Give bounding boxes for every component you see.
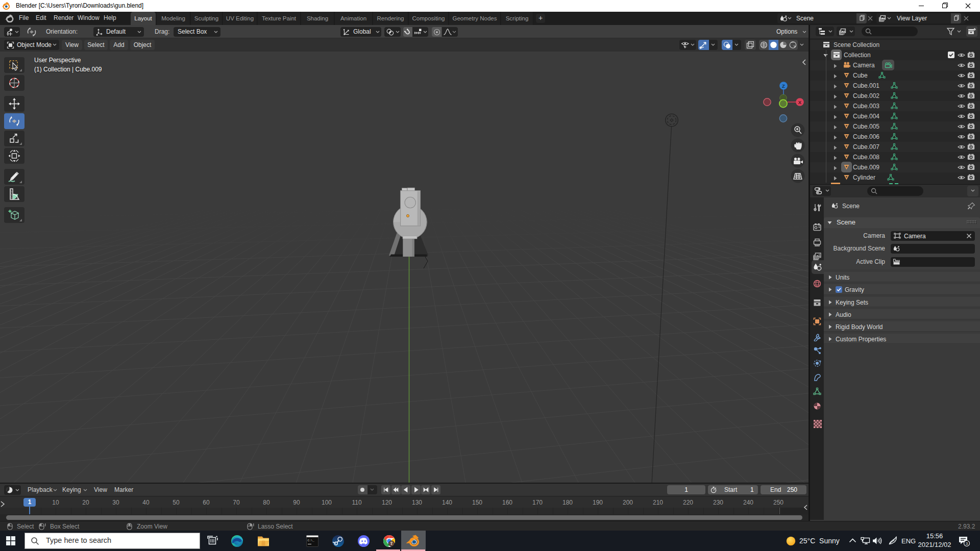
svg-text:Z: Z <box>782 83 785 89</box>
svg-text:X: X <box>798 99 802 105</box>
svg-text:C:\_: C:\_ <box>308 539 315 542</box>
svg-text:3: 3 <box>966 541 968 546</box>
svg-text:T: T <box>390 541 393 546</box>
